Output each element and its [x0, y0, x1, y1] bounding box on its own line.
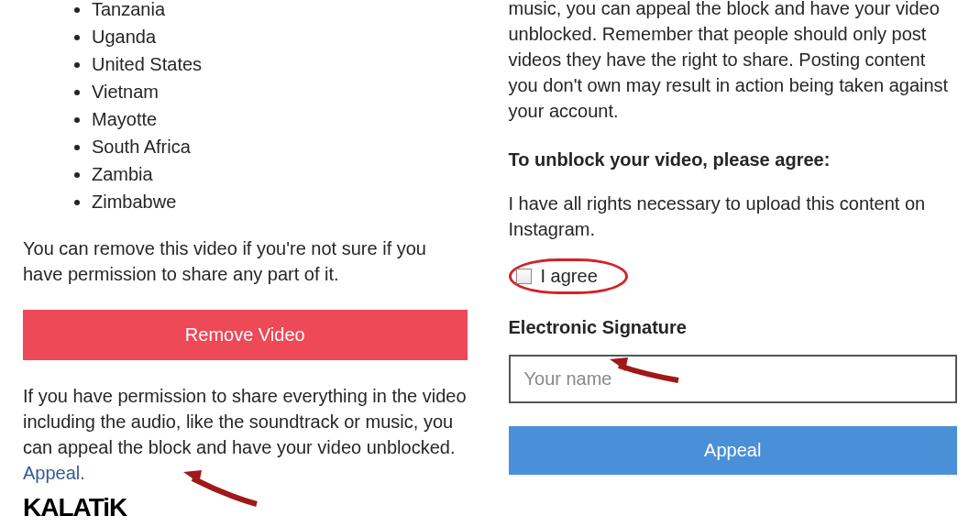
remove-video-button[interactable]: Remove Video	[23, 310, 468, 360]
appeal-button[interactable]: Appeal	[509, 426, 958, 475]
country-item: Uganda	[92, 23, 468, 50]
right-column: music, you can appeal the block and have…	[490, 0, 981, 527]
country-item: Zimbabwe	[92, 188, 468, 215]
signature-input[interactable]	[509, 355, 958, 403]
rights-statement: I have all rights necessary to upload th…	[509, 191, 958, 242]
agree-checkbox-row[interactable]: I agree	[509, 258, 628, 294]
country-item: Mayotte	[92, 105, 468, 133]
country-item: Zambia	[92, 160, 468, 188]
agree-checkbox[interactable]	[516, 269, 532, 284]
appeal-description: music, you can appeal the block and have…	[509, 0, 958, 124]
country-item: Vietnam	[92, 78, 468, 105]
country-item: Tanzania	[92, 0, 468, 23]
permission-description: If you have permission to share everythi…	[23, 383, 468, 486]
countries-list: Tanzania Uganda United States Vietnam Ma…	[92, 0, 468, 215]
appeal-link[interactable]: Appeal.	[23, 463, 85, 483]
agree-label: I agree	[541, 266, 598, 287]
permission-text-prefix: If you have permission to share everythi…	[23, 386, 467, 457]
agree-heading: To unblock your video, please agree:	[509, 149, 958, 170]
remove-description: You can remove this video if you're not …	[23, 236, 468, 287]
watermark-logo: KALATiK	[23, 493, 127, 522]
country-item: South Africa	[92, 133, 468, 160]
country-item: United States	[92, 50, 468, 78]
signature-heading: Electronic Signature	[509, 317, 958, 338]
left-column: Tanzania Uganda United States Vietnam Ma…	[0, 0, 490, 527]
